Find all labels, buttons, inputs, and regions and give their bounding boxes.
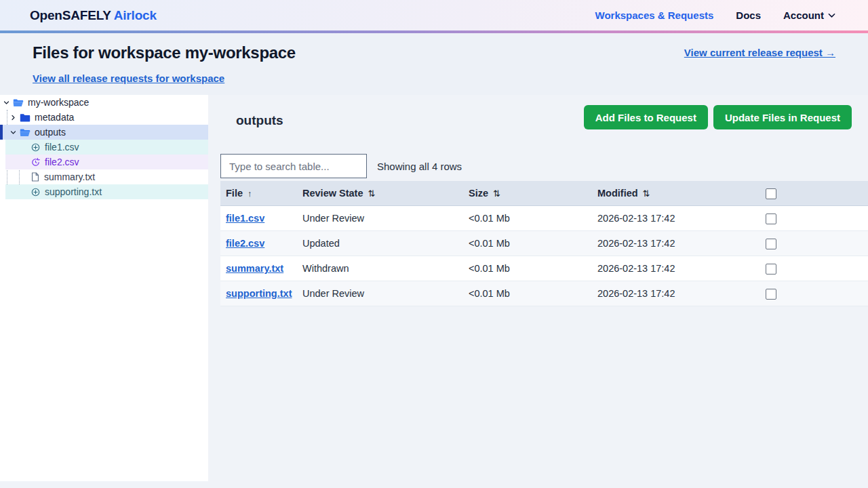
file-link[interactable]: supporting.txt: [226, 288, 292, 299]
circle-plus-icon: [31, 143, 40, 152]
add-files-to-request-button[interactable]: Add Files to Request: [584, 105, 708, 129]
nav-account-menu[interactable]: Account: [783, 9, 835, 21]
column-header-modified[interactable]: Modified⇅: [597, 188, 760, 199]
tree-item-label: metadata: [35, 112, 74, 123]
size-cell: <0.01 Mb: [469, 213, 597, 224]
request-actions: Add Files to Request Update Files in Req…: [584, 105, 852, 129]
view-current-release-request-link[interactable]: View current release request →: [684, 47, 835, 58]
open-folder-icon: [13, 98, 24, 107]
search-input[interactable]: [220, 154, 367, 178]
tree-item-summary-txt[interactable]: summary.txt: [5, 169, 208, 184]
view-all-release-requests-link[interactable]: View all release requests for workspace: [33, 73, 224, 84]
file-link[interactable]: file2.csv: [226, 238, 264, 249]
review-state-cell: Updated: [302, 238, 469, 249]
tree-item-label: file1.csv: [45, 142, 79, 152]
chevron-down-icon[interactable]: [9, 129, 16, 136]
document-icon: [31, 172, 39, 182]
column-header-select: [760, 187, 868, 199]
tree-item-file2-csv[interactable]: file2.csv: [5, 155, 208, 169]
table-header-row: File↑ Review State⇅ Size⇅ Modified⇅: [220, 181, 868, 206]
row-checkbox[interactable]: [766, 289, 776, 300]
row-checkbox[interactable]: [766, 214, 776, 224]
row-checkbox[interactable]: [766, 264, 776, 274]
column-label: Size: [469, 188, 488, 199]
column-label: Modified: [597, 188, 638, 199]
column-header-file[interactable]: File↑: [220, 188, 302, 199]
page-header: Files for workspace my-workspace View cu…: [0, 33, 868, 95]
nav-docs[interactable]: Docs: [736, 9, 761, 21]
files-table: File↑ Review State⇅ Size⇅ Modified⇅ file…: [220, 181, 868, 306]
chevron-down-icon: [828, 9, 835, 20]
table-row: summary.txt Withdrawn <0.01 Mb 2026-02-1…: [220, 256, 868, 281]
table-row: file1.csv Under Review <0.01 Mb 2026-02-…: [220, 206, 868, 231]
main-panel: outputs Add Files to Request Update File…: [208, 95, 868, 488]
closed-folder-icon: [20, 113, 31, 122]
table-row: file2.csv Updated <0.01 Mb 2026-02-13 17…: [220, 231, 868, 256]
select-all-checkbox[interactable]: [766, 188, 776, 199]
logo-opensafely: OpenSAFELY: [30, 8, 111, 22]
tree-item-metadata[interactable]: metadata: [0, 110, 208, 125]
tree-item-outputs-selected[interactable]: outputs: [0, 125, 208, 140]
sort-both-icon[interactable]: ⇅: [368, 188, 375, 199]
circle-plus-icon: [31, 188, 40, 197]
tree-item-supporting-txt[interactable]: supporting.txt: [5, 184, 208, 199]
file-link[interactable]: summary.txt: [226, 263, 283, 274]
tree-item-file1-csv[interactable]: file1.csv: [5, 140, 208, 155]
tree-item-my-workspace[interactable]: my-workspace: [0, 95, 208, 110]
size-cell: <0.01 Mb: [469, 238, 597, 249]
column-label: File: [226, 188, 243, 199]
review-state-cell: Withdrawn: [302, 263, 469, 274]
navbar-links: Workspaces & Requests Docs Account: [595, 9, 835, 21]
row-count-text: Showing all 4 rows: [377, 161, 462, 172]
tree-item-label: supporting.txt: [45, 186, 102, 197]
nav-workspaces-requests[interactable]: Workspaces & Requests: [595, 9, 714, 21]
review-state-cell: Under Review: [302, 288, 469, 299]
refresh-clock-icon: [31, 158, 40, 167]
sort-both-icon[interactable]: ⇅: [643, 188, 650, 199]
content-layout: my-workspace metadata outputs file1.csv …: [0, 95, 868, 488]
modified-cell: 2026-02-13 17:42: [597, 263, 760, 274]
chevron-down-icon[interactable]: [3, 100, 9, 106]
logo-airlock: Airlock: [114, 8, 157, 22]
modified-cell: 2026-02-13 17:42: [597, 238, 760, 249]
section-title: outputs: [236, 113, 283, 128]
top-navbar: OpenSAFELYAirlock Workspaces & Requests …: [0, 0, 868, 30]
tree-item-label: summary.txt: [44, 171, 95, 182]
column-header-review-state[interactable]: Review State⇅: [302, 188, 469, 199]
size-cell: <0.01 Mb: [469, 263, 597, 274]
row-checkbox[interactable]: [766, 239, 776, 249]
tree-item-label: outputs: [35, 127, 66, 138]
main-header: outputs Add Files to Request Update File…: [220, 105, 868, 129]
open-folder-icon: [20, 128, 31, 137]
table-search-row: Showing all 4 rows: [220, 154, 868, 178]
app-logo[interactable]: OpenSAFELYAirlock: [30, 8, 157, 23]
chevron-right-icon[interactable]: [9, 115, 16, 121]
update-files-in-request-button[interactable]: Update Files in Request: [713, 105, 852, 129]
file-link[interactable]: file1.csv: [226, 213, 264, 224]
tree-item-label: my-workspace: [28, 97, 89, 108]
size-cell: <0.01 Mb: [469, 288, 597, 299]
modified-cell: 2026-02-13 17:42: [597, 288, 760, 299]
table-row: supporting.txt Under Review <0.01 Mb 202…: [220, 281, 868, 306]
sort-both-icon[interactable]: ⇅: [493, 188, 500, 199]
tree-item-label: file2.csv: [45, 157, 79, 167]
nav-account-label: Account: [783, 9, 824, 21]
file-tree-sidebar: my-workspace metadata outputs file1.csv …: [0, 95, 208, 481]
column-label: Review State: [302, 188, 363, 199]
modified-cell: 2026-02-13 17:42: [597, 213, 760, 224]
review-state-cell: Under Review: [302, 213, 469, 224]
column-header-size[interactable]: Size⇅: [469, 188, 597, 199]
sort-asc-icon[interactable]: ↑: [248, 188, 252, 199]
